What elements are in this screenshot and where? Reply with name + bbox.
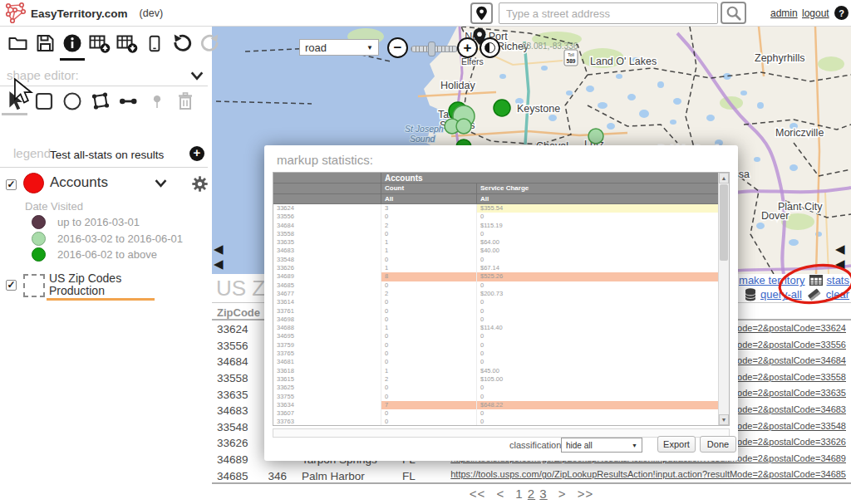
statistics-row[interactable]: 33635 1 $64.00: [273, 238, 720, 247]
import-table-button[interactable]: [89, 32, 111, 55]
account-marker-light[interactable]: [456, 119, 471, 134]
stats-link[interactable]: stats: [827, 274, 849, 286]
legend-range-item: 2016-06-02 to above: [32, 247, 183, 263]
statistics-row[interactable]: 33765 0 0: [273, 350, 720, 358]
scroll-up-button[interactable]: ▲: [719, 173, 729, 183]
statistics-row[interactable]: 33607 0 0: [273, 409, 720, 418]
service-charge-cell: $105.00: [477, 375, 720, 384]
statistics-row[interactable]: 33634 7 $648.22: [273, 401, 720, 409]
page-1-current[interactable]: 1: [515, 487, 523, 501]
statistics-row[interactable]: 34689 8 $525.26: [273, 272, 720, 281]
statistics-row[interactable]: 34688 1 $114.40: [273, 324, 720, 332]
collapse-left-icon[interactable]: ◀: [214, 257, 224, 270]
usps-lookup-link[interactable]: https://tools.usps.com/go/ZipLookupResul…: [450, 469, 846, 479]
account-marker-dark[interactable]: [494, 100, 510, 116]
statistics-row[interactable]: 33625 0 0: [273, 384, 720, 392]
statistics-row[interactable]: 33759 0 0: [273, 341, 720, 350]
locate-pin-button[interactable]: [470, 2, 493, 24]
range-label: up to 2016-03-01: [57, 216, 140, 228]
zip-layer-visibility-checkbox[interactable]: ✓: [6, 280, 17, 291]
scroll-down-button[interactable]: ▼: [719, 414, 729, 425]
shape-toolbar: [5, 90, 195, 113]
accounts-settings-gear-icon[interactable]: [191, 175, 209, 196]
page-next[interactable]: >: [558, 487, 567, 501]
select-cursor-tool[interactable]: [5, 90, 26, 113]
statistics-row[interactable]: 34698 0 0: [273, 316, 720, 324]
page-prev[interactable]: <: [496, 487, 504, 501]
statistics-row[interactable]: 33558 0 0: [273, 230, 720, 238]
zoom-out-button[interactable]: −: [387, 37, 408, 58]
statistics-row[interactable]: 33761 0 0: [273, 307, 720, 316]
vertical-scrollbar[interactable]: ▲ ▼: [718, 173, 729, 425]
zip-cell: 33615: [273, 375, 381, 384]
zip-cell: 33625: [273, 384, 381, 392]
mobile-button[interactable]: [144, 32, 165, 55]
layer-us-zip-codes: ✓ US Zip Codes Production: [0, 272, 212, 305]
add-layer-button[interactable]: +: [189, 146, 204, 161]
statistics-row[interactable]: 33755 0 0: [273, 393, 720, 401]
service-charge-cell: $648.22: [477, 401, 720, 409]
classifications-select[interactable]: hide all ▼: [561, 438, 642, 453]
page-first[interactable]: <<: [470, 487, 486, 501]
statistics-row[interactable]: 34695 0 0: [273, 332, 720, 340]
export-table-button[interactable]: [116, 32, 138, 55]
page-3-link[interactable]: 3: [539, 487, 547, 501]
line-tool[interactable]: [118, 90, 139, 113]
clear-link[interactable]: clear: [826, 288, 849, 301]
search-button[interactable]: [721, 2, 746, 24]
open-folder-button[interactable]: [7, 32, 28, 55]
statistics-row[interactable]: 34683 1 $40.00: [273, 247, 720, 255]
chevron-down-icon[interactable]: [189, 70, 204, 81]
statistics-row[interactable]: 33624 3 $355.54: [273, 204, 720, 213]
help-button[interactable]: ?: [834, 6, 849, 20]
ellipse-tool[interactable]: [61, 90, 82, 113]
page-2-link[interactable]: 2: [528, 487, 535, 501]
contrast-icon: [485, 42, 495, 53]
statistics-row[interactable]: 33626 1 $67.14: [273, 264, 720, 272]
accounts-visibility-checkbox[interactable]: ✓: [6, 179, 17, 190]
markup-statistics-dialog: markup statistics: Accounts Count Servic…: [264, 145, 738, 461]
statistics-row[interactable]: 34677 2 $200.73: [273, 290, 720, 298]
zoom-slider-thumb[interactable]: [428, 42, 435, 56]
toll-589-shield: Toll 589: [564, 50, 578, 66]
admin-link[interactable]: admin: [770, 7, 798, 19]
undo-button[interactable]: [171, 32, 193, 55]
search-input[interactable]: [499, 2, 718, 24]
make-territory-link[interactable]: make territory: [739, 274, 804, 286]
contrast-toggle-button[interactable]: [480, 37, 500, 58]
polygon-tool[interactable]: [90, 90, 111, 113]
statistics-row[interactable]: 33615 2 $105.00: [273, 375, 720, 384]
redo-button[interactable]: [199, 32, 220, 55]
service-charge-cell: 0: [477, 409, 720, 418]
statistics-row[interactable]: 34684 2 $115.19: [273, 222, 720, 230]
range-label: 2016-06-02 to above: [57, 248, 157, 261]
statistics-row[interactable]: 33614 0 0: [273, 298, 720, 306]
export-button[interactable]: Export: [657, 436, 696, 453]
info-button[interactable]: [61, 32, 83, 55]
collapse-right-icon[interactable]: ◀: [835, 257, 845, 270]
statistics-row[interactable]: 33763 0 0: [273, 418, 720, 426]
zoom-slider[interactable]: [411, 46, 458, 52]
map-style-select[interactable]: road ▼: [299, 39, 379, 56]
chevron-down-icon[interactable]: [154, 178, 168, 188]
statistics-row[interactable]: 34685 0 0: [273, 281, 720, 290]
account-marker-light[interactable]: [588, 129, 603, 144]
done-button[interactable]: Done: [700, 436, 736, 453]
label-holiday: Holiday: [440, 80, 475, 91]
service-charge-cell: $40.00: [477, 247, 720, 255]
scrollbar-thumb[interactable]: [720, 184, 728, 261]
save-button[interactable]: [34, 32, 56, 55]
query-all-link[interactable]: query-all: [760, 288, 802, 301]
statistics-row[interactable]: 33556 0 0: [273, 213, 720, 221]
page-last[interactable]: >>: [578, 487, 594, 501]
collapse-right-icon[interactable]: ◀: [835, 242, 845, 255]
delete-shape-tool[interactable]: [175, 90, 195, 113]
logout-link[interactable]: logout: [802, 7, 829, 19]
pin-tool[interactable]: [146, 90, 167, 113]
statistics-row[interactable]: 33618 1 $45.00: [273, 367, 720, 375]
statistics-row[interactable]: 33548 0 0: [273, 256, 720, 264]
zoom-in-button[interactable]: +: [457, 37, 478, 58]
rectangle-tool[interactable]: [33, 90, 54, 113]
collapse-left-icon[interactable]: ◀: [214, 242, 224, 255]
statistics-row[interactable]: 34681 0 0: [273, 358, 720, 366]
